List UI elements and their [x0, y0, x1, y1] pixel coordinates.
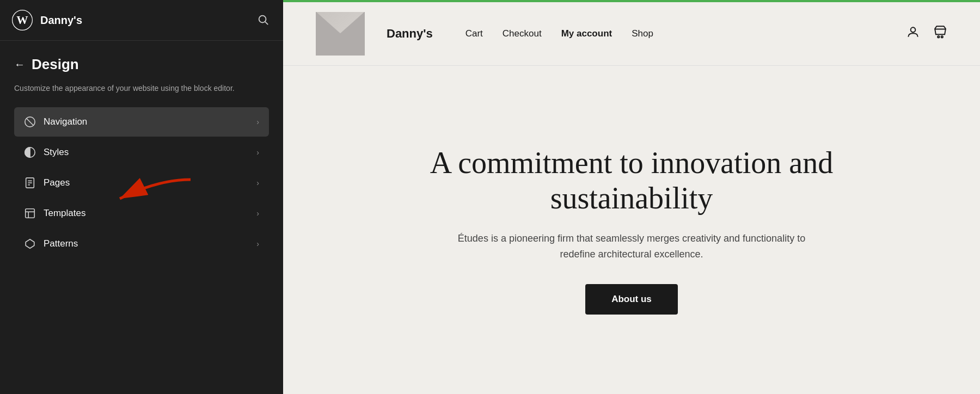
nav-link-shop[interactable]: Shop — [632, 28, 653, 39]
sidebar-item-navigation[interactable]: Navigation › — [14, 107, 269, 137]
styles-chevron-icon: › — [256, 148, 259, 157]
back-button[interactable]: ← — [14, 58, 25, 71]
svg-point-20 — [938, 36, 939, 38]
preview-pane: Danny's Cart Checkout My account Shop — [283, 0, 980, 394]
hero-section: A commitment to innovation and sustainab… — [283, 66, 980, 394]
pages-icon — [24, 177, 36, 189]
templates-chevron-icon: › — [256, 209, 259, 218]
nav-link-cart[interactable]: Cart — [465, 28, 483, 39]
sidebar-item-templates[interactable]: Templates › — [14, 199, 269, 228]
search-button[interactable] — [255, 11, 271, 29]
svg-line-4 — [265, 22, 268, 24]
svg-point-21 — [941, 36, 943, 38]
svg-rect-16 — [316, 12, 365, 56]
back-design-row: ← Design — [14, 56, 269, 73]
svg-line-6 — [27, 119, 34, 126]
about-us-button[interactable]: About us — [585, 284, 678, 315]
site-header: Danny's Cart Checkout My account Shop — [283, 2, 980, 66]
svg-rect-12 — [26, 209, 35, 218]
styles-icon — [24, 146, 36, 158]
header-icons — [906, 25, 947, 42]
sidebar-item-pages[interactable]: Pages › — [14, 168, 269, 198]
search-icon — [257, 14, 269, 26]
svg-point-19 — [911, 27, 916, 32]
design-section: ← Design Customize the appearance of you… — [0, 41, 283, 269]
hero-subtitle: Études is a pioneering firm that seamles… — [446, 231, 817, 262]
logo-image — [316, 12, 365, 56]
templates-icon — [24, 207, 36, 219]
patterns-chevron-icon: › — [256, 239, 259, 248]
design-description: Customize the appearance of your website… — [14, 83, 269, 94]
design-title: Design — [32, 56, 79, 73]
pages-chevron-icon: › — [256, 178, 259, 187]
site-nav: Cart Checkout My account Shop — [465, 28, 653, 39]
patterns-icon — [24, 238, 36, 250]
svg-line-17 — [316, 12, 365, 56]
user-icon[interactable] — [906, 25, 920, 42]
navigation-chevron-icon: › — [256, 118, 259, 126]
preview-site-brand: Danny's — [387, 27, 433, 41]
svg-point-3 — [259, 15, 266, 22]
patterns-label: Patterns — [44, 238, 78, 249]
nav-link-myaccount[interactable]: My account — [561, 28, 612, 39]
sidebar-header: W Danny's — [0, 0, 283, 41]
hero-title: A commitment to innovation and sustainab… — [392, 145, 871, 216]
svg-text:W: W — [16, 14, 28, 27]
styles-label: Styles — [44, 147, 69, 158]
sidebar-item-styles[interactable]: Styles › — [14, 138, 269, 167]
templates-label: Templates — [44, 208, 85, 219]
svg-line-18 — [316, 12, 365, 56]
sidebar: W Danny's ← Design Customize the appeara… — [0, 0, 283, 394]
wp-logo-icon: W — [12, 10, 33, 30]
navigation-icon — [24, 116, 36, 128]
cart-icon[interactable] — [933, 25, 947, 42]
pages-label: Pages — [44, 177, 70, 188]
nav-link-checkout[interactable]: Checkout — [503, 28, 542, 39]
site-name: Danny's — [40, 14, 82, 27]
sidebar-item-patterns[interactable]: Patterns › — [14, 229, 269, 258]
navigation-label: Navigation — [44, 116, 87, 127]
sidebar-header-left: W Danny's — [12, 10, 82, 30]
sidebar-nav-items: Navigation › Styles — [14, 107, 269, 258]
logo-placeholder — [316, 12, 365, 56]
